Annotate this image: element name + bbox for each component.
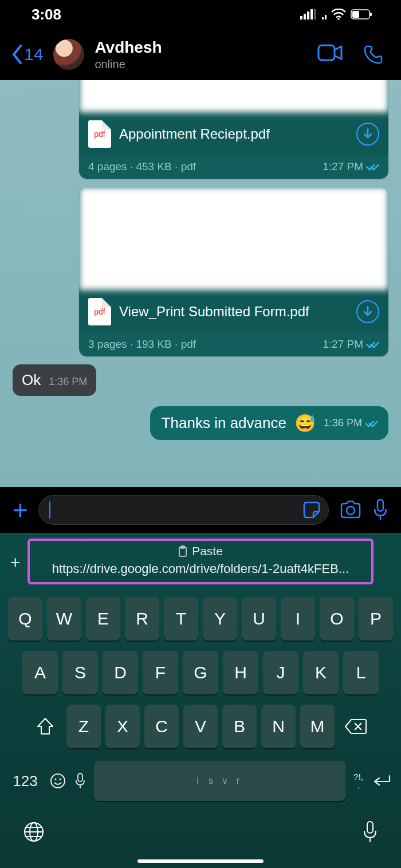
svg-rect-3	[310, 9, 313, 19]
message-input[interactable]	[38, 495, 329, 525]
svg-rect-6	[325, 15, 327, 19]
sticker-button[interactable]	[302, 500, 321, 520]
message-text: Thanks in advance	[162, 414, 286, 432]
shift-icon	[36, 717, 55, 736]
key-a[interactable]: A	[22, 651, 58, 694]
smiley-icon	[49, 772, 66, 790]
key-s[interactable]: S	[62, 651, 98, 694]
video-call-icon[interactable]	[317, 44, 343, 61]
download-arrow-icon	[363, 306, 373, 317]
document-meta: 3 pages · 193 KB · pdf 1:27 PM	[79, 333, 388, 356]
key-d[interactable]: D	[103, 651, 138, 694]
key-o[interactable]: O	[320, 597, 354, 641]
mic-system-icon	[362, 820, 378, 843]
svg-rect-9	[352, 11, 359, 18]
key-v[interactable]: V	[183, 705, 218, 748]
key-k[interactable]: K	[303, 651, 339, 694]
battery-icon	[351, 9, 372, 19]
key-f[interactable]: F	[143, 651, 178, 694]
key-m[interactable]: M	[300, 705, 335, 748]
numbers-key[interactable]: 123	[9, 772, 41, 790]
phone-call-icon[interactable]	[363, 44, 384, 65]
key-g[interactable]: G	[183, 651, 218, 694]
back-count: 14	[24, 45, 43, 64]
chat-header: 14 Avdhesh online	[0, 29, 401, 80]
outgoing-message[interactable]: Thanks in advance 😅 1:36 PM	[150, 406, 388, 440]
read-ticks-icon	[367, 163, 379, 171]
download-button[interactable]	[356, 123, 379, 146]
status-time: 3:08	[32, 6, 61, 23]
document-meta: 4 pages · 453 KB · pdf 1:27 PM	[79, 156, 388, 179]
shift-key[interactable]	[29, 705, 62, 748]
mic-small-icon	[74, 772, 86, 790]
home-indicator[interactable]	[137, 859, 264, 863]
svg-rect-22	[367, 822, 373, 833]
svg-rect-1	[304, 14, 306, 19]
key-j[interactable]: J	[263, 651, 298, 694]
status-bar: 3:08	[0, 0, 401, 29]
key-w[interactable]: W	[47, 597, 81, 641]
paste-suggestion[interactable]: Paste https://drive.google.com/drive/fol…	[27, 539, 374, 584]
keyboard-plus-button[interactable]: +	[10, 553, 21, 572]
dictation-system-key[interactable]	[362, 820, 378, 843]
key-u[interactable]: U	[242, 597, 276, 641]
keyboard-row-1: Q W E R T Y U I O P	[6, 597, 395, 641]
microphone-icon	[372, 498, 388, 521]
contact-status: online	[95, 58, 317, 71]
pdf-icon: pdf	[88, 298, 111, 325]
message-input-row: +	[0, 487, 401, 533]
key-p[interactable]: P	[359, 597, 393, 641]
document-message[interactable]: pdf View_Print Submitted Form.pdf 3 page…	[79, 187, 388, 356]
key-h[interactable]: H	[223, 651, 258, 694]
key-t[interactable]: T	[164, 597, 198, 641]
dictation-key[interactable]	[74, 772, 86, 790]
svg-rect-13	[378, 500, 383, 511]
voice-message-button[interactable]	[372, 498, 388, 521]
cellular-bars-icon	[300, 9, 317, 19]
key-i[interactable]: I	[281, 597, 315, 641]
svg-point-7	[337, 18, 340, 20]
svg-rect-19	[78, 773, 82, 781]
emoji-key[interactable]	[49, 772, 66, 790]
attach-button[interactable]: +	[13, 494, 28, 525]
key-x[interactable]: X	[105, 705, 140, 748]
key-e[interactable]: E	[86, 597, 120, 641]
back-button[interactable]: 14	[11, 45, 43, 64]
camera-icon	[339, 500, 362, 520]
key-n[interactable]: N	[261, 705, 296, 748]
backspace-key[interactable]	[339, 705, 372, 748]
key-z[interactable]: Z	[66, 705, 101, 748]
punctuation-key[interactable]: ?!, .	[353, 772, 363, 790]
camera-button[interactable]	[339, 500, 362, 520]
sticker-icon	[302, 500, 321, 520]
svg-rect-10	[370, 13, 372, 16]
return-icon	[371, 773, 392, 788]
svg-point-17	[55, 779, 57, 780]
svg-rect-11	[319, 45, 335, 60]
key-l[interactable]: L	[343, 651, 379, 694]
return-key[interactable]	[371, 773, 392, 788]
incoming-message[interactable]: Ok 1:36 PM	[13, 364, 96, 396]
key-q[interactable]: Q	[8, 597, 42, 641]
document-message[interactable]: pdf Appointment Reciept.pdf 4 pages · 45…	[79, 80, 388, 179]
chat-area[interactable]: pdf Appointment Reciept.pdf 4 pages · 45…	[0, 80, 401, 487]
key-r[interactable]: R	[125, 597, 159, 641]
read-ticks-icon	[365, 419, 378, 427]
key-b[interactable]: B	[222, 705, 257, 748]
download-button[interactable]	[356, 300, 379, 323]
globe-key[interactable]	[23, 820, 45, 843]
download-arrow-icon	[363, 128, 373, 140]
space-key[interactable]: I s v r	[94, 761, 345, 801]
svg-point-18	[60, 779, 61, 780]
message-time: 1:36 PM	[49, 376, 87, 388]
avatar[interactable]	[53, 39, 84, 70]
pdf-icon: pdf	[88, 120, 111, 148]
svg-point-12	[347, 506, 355, 514]
read-ticks-icon	[367, 340, 379, 348]
svg-rect-0	[300, 16, 302, 19]
contact-name: Avdhesh	[95, 38, 317, 57]
contact-info[interactable]: Avdhesh online	[95, 38, 317, 71]
key-y[interactable]: Y	[203, 597, 237, 641]
key-c[interactable]: C	[144, 705, 179, 748]
keyboard-row-2: A S D F G H J K L	[6, 651, 395, 694]
